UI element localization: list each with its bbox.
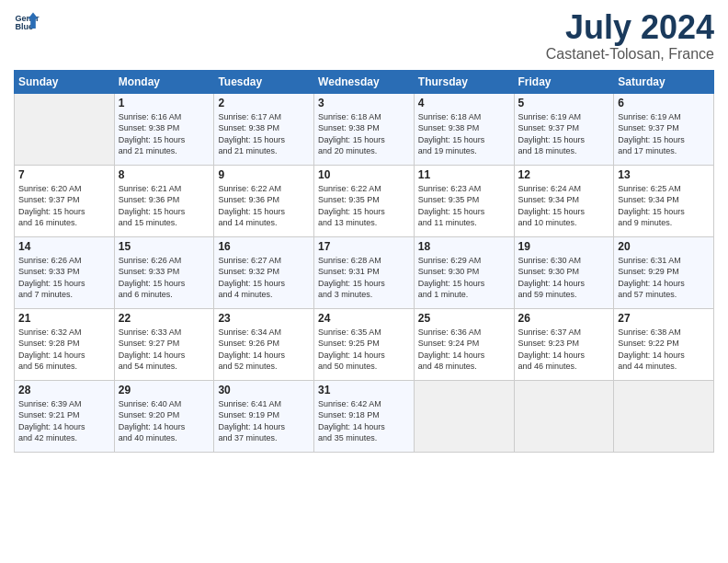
day-info: Sunrise: 6:32 AM Sunset: 9:28 PM Dayligh… xyxy=(18,327,110,373)
calendar-week-row: 14Sunrise: 6:26 AM Sunset: 9:33 PM Dayli… xyxy=(15,236,714,308)
day-number: 14 xyxy=(18,240,110,253)
calendar-cell: 27Sunrise: 6:38 AM Sunset: 9:22 PM Dayli… xyxy=(614,308,714,380)
logo-icon: General Blue xyxy=(14,9,40,35)
day-number: 3 xyxy=(318,97,410,109)
day-info: Sunrise: 6:37 AM Sunset: 9:23 PM Dayligh… xyxy=(518,327,610,373)
calendar-cell xyxy=(15,93,115,165)
location-subtitle: Castanet-Tolosan, France xyxy=(546,46,714,63)
day-info: Sunrise: 6:26 AM Sunset: 9:33 PM Dayligh… xyxy=(119,255,210,301)
day-info: Sunrise: 6:39 AM Sunset: 9:21 PM Dayligh… xyxy=(18,398,110,444)
calendar-cell: 30Sunrise: 6:41 AM Sunset: 9:19 PM Dayli… xyxy=(214,380,314,452)
calendar-cell: 19Sunrise: 6:30 AM Sunset: 9:30 PM Dayli… xyxy=(514,236,614,308)
day-number: 18 xyxy=(418,240,510,253)
day-info: Sunrise: 6:36 AM Sunset: 9:24 PM Dayligh… xyxy=(418,327,510,373)
day-info: Sunrise: 6:19 AM Sunset: 9:37 PM Dayligh… xyxy=(518,111,610,157)
calendar-cell: 11Sunrise: 6:23 AM Sunset: 9:35 PM Dayli… xyxy=(414,165,514,236)
day-info: Sunrise: 6:41 AM Sunset: 9:19 PM Dayligh… xyxy=(218,398,310,444)
day-info: Sunrise: 6:18 AM Sunset: 9:38 PM Dayligh… xyxy=(318,111,410,157)
day-info: Sunrise: 6:17 AM Sunset: 9:38 PM Dayligh… xyxy=(218,111,310,157)
header-monday: Monday xyxy=(114,70,214,93)
header-wednesday: Wednesday xyxy=(314,70,415,93)
calendar-cell: 29Sunrise: 6:40 AM Sunset: 9:20 PM Dayli… xyxy=(114,380,214,452)
day-info: Sunrise: 6:20 AM Sunset: 9:37 PM Dayligh… xyxy=(18,183,110,229)
calendar-header-row: SundayMondayTuesdayWednesdayThursdayFrid… xyxy=(15,70,714,93)
day-info: Sunrise: 6:42 AM Sunset: 9:18 PM Dayligh… xyxy=(318,398,410,444)
day-number: 27 xyxy=(618,312,710,325)
calendar-cell: 20Sunrise: 6:31 AM Sunset: 9:29 PM Dayli… xyxy=(614,236,714,308)
calendar-cell xyxy=(614,380,714,452)
day-info: Sunrise: 6:24 AM Sunset: 9:34 PM Dayligh… xyxy=(518,183,610,229)
day-number: 5 xyxy=(518,97,610,109)
day-number: 9 xyxy=(218,168,310,181)
calendar-cell: 10Sunrise: 6:22 AM Sunset: 9:35 PM Dayli… xyxy=(314,165,415,236)
header-friday: Friday xyxy=(514,70,614,93)
day-number: 26 xyxy=(518,312,610,325)
day-number: 23 xyxy=(218,312,310,325)
header-tuesday: Tuesday xyxy=(214,70,314,93)
day-info: Sunrise: 6:28 AM Sunset: 9:31 PM Dayligh… xyxy=(318,255,410,301)
day-number: 4 xyxy=(418,97,510,109)
day-info: Sunrise: 6:31 AM Sunset: 9:29 PM Dayligh… xyxy=(618,255,710,301)
day-number: 25 xyxy=(418,312,510,325)
calendar-cell: 6Sunrise: 6:19 AM Sunset: 9:37 PM Daylig… xyxy=(614,93,714,165)
calendar-cell: 23Sunrise: 6:34 AM Sunset: 9:26 PM Dayli… xyxy=(214,308,314,380)
svg-text:Blue: Blue xyxy=(15,22,33,31)
calendar-cell: 4Sunrise: 6:18 AM Sunset: 9:38 PM Daylig… xyxy=(414,93,514,165)
day-number: 11 xyxy=(418,168,510,181)
month-title: July 2024 xyxy=(546,9,714,46)
calendar-table: SundayMondayTuesdayWednesdayThursdayFrid… xyxy=(14,70,714,453)
day-info: Sunrise: 6:33 AM Sunset: 9:27 PM Dayligh… xyxy=(119,327,210,373)
day-info: Sunrise: 6:16 AM Sunset: 9:38 PM Dayligh… xyxy=(119,111,210,157)
day-info: Sunrise: 6:18 AM Sunset: 9:38 PM Dayligh… xyxy=(418,111,510,157)
day-info: Sunrise: 6:25 AM Sunset: 9:34 PM Dayligh… xyxy=(618,183,710,229)
calendar-cell xyxy=(514,380,614,452)
day-info: Sunrise: 6:21 AM Sunset: 9:36 PM Dayligh… xyxy=(119,183,210,229)
calendar-cell: 17Sunrise: 6:28 AM Sunset: 9:31 PM Dayli… xyxy=(314,236,415,308)
day-info: Sunrise: 6:29 AM Sunset: 9:30 PM Dayligh… xyxy=(418,255,510,301)
day-number: 7 xyxy=(18,168,110,181)
calendar-cell: 1Sunrise: 6:16 AM Sunset: 9:38 PM Daylig… xyxy=(114,93,214,165)
day-number: 20 xyxy=(618,240,710,253)
calendar-cell: 7Sunrise: 6:20 AM Sunset: 9:37 PM Daylig… xyxy=(15,165,115,236)
calendar-cell: 13Sunrise: 6:25 AM Sunset: 9:34 PM Dayli… xyxy=(614,165,714,236)
calendar-cell: 3Sunrise: 6:18 AM Sunset: 9:38 PM Daylig… xyxy=(314,93,415,165)
day-number: 10 xyxy=(318,168,410,181)
calendar-cell: 22Sunrise: 6:33 AM Sunset: 9:27 PM Dayli… xyxy=(114,308,214,380)
calendar-cell: 8Sunrise: 6:21 AM Sunset: 9:36 PM Daylig… xyxy=(114,165,214,236)
day-info: Sunrise: 6:34 AM Sunset: 9:26 PM Dayligh… xyxy=(218,327,310,373)
calendar-cell: 16Sunrise: 6:27 AM Sunset: 9:32 PM Dayli… xyxy=(214,236,314,308)
day-info: Sunrise: 6:22 AM Sunset: 9:36 PM Dayligh… xyxy=(218,183,310,229)
calendar-cell: 18Sunrise: 6:29 AM Sunset: 9:30 PM Dayli… xyxy=(414,236,514,308)
day-number: 15 xyxy=(119,240,210,253)
day-number: 22 xyxy=(119,312,210,325)
day-info: Sunrise: 6:26 AM Sunset: 9:33 PM Dayligh… xyxy=(18,255,110,301)
calendar-cell: 15Sunrise: 6:26 AM Sunset: 9:33 PM Dayli… xyxy=(114,236,214,308)
header-saturday: Saturday xyxy=(614,70,714,93)
calendar-cell: 14Sunrise: 6:26 AM Sunset: 9:33 PM Dayli… xyxy=(15,236,115,308)
calendar-week-row: 28Sunrise: 6:39 AM Sunset: 9:21 PM Dayli… xyxy=(15,380,714,452)
calendar-cell: 5Sunrise: 6:19 AM Sunset: 9:37 PM Daylig… xyxy=(514,93,614,165)
day-number: 19 xyxy=(518,240,610,253)
calendar-cell: 9Sunrise: 6:22 AM Sunset: 9:36 PM Daylig… xyxy=(214,165,314,236)
calendar-cell: 25Sunrise: 6:36 AM Sunset: 9:24 PM Dayli… xyxy=(414,308,514,380)
day-info: Sunrise: 6:35 AM Sunset: 9:25 PM Dayligh… xyxy=(318,327,410,373)
calendar-cell xyxy=(414,380,514,452)
header-thursday: Thursday xyxy=(414,70,514,93)
day-number: 17 xyxy=(318,240,410,253)
calendar-cell: 28Sunrise: 6:39 AM Sunset: 9:21 PM Dayli… xyxy=(15,380,115,452)
day-number: 29 xyxy=(119,384,210,396)
calendar-week-row: 7Sunrise: 6:20 AM Sunset: 9:37 PM Daylig… xyxy=(15,165,714,236)
day-number: 30 xyxy=(218,384,310,396)
page-header: General Blue July 2024 Castanet-Tolosan,… xyxy=(14,9,714,63)
calendar-cell: 31Sunrise: 6:42 AM Sunset: 9:18 PM Dayli… xyxy=(314,380,415,452)
day-number: 8 xyxy=(119,168,210,181)
day-info: Sunrise: 6:27 AM Sunset: 9:32 PM Dayligh… xyxy=(218,255,310,301)
calendar-cell: 21Sunrise: 6:32 AM Sunset: 9:28 PM Dayli… xyxy=(15,308,115,380)
calendar-cell: 24Sunrise: 6:35 AM Sunset: 9:25 PM Dayli… xyxy=(314,308,415,380)
calendar-cell: 26Sunrise: 6:37 AM Sunset: 9:23 PM Dayli… xyxy=(514,308,614,380)
day-number: 24 xyxy=(318,312,410,325)
calendar-cell: 12Sunrise: 6:24 AM Sunset: 9:34 PM Dayli… xyxy=(514,165,614,236)
day-info: Sunrise: 6:19 AM Sunset: 9:37 PM Dayligh… xyxy=(618,111,710,157)
day-number: 6 xyxy=(618,97,710,109)
day-number: 12 xyxy=(518,168,610,181)
